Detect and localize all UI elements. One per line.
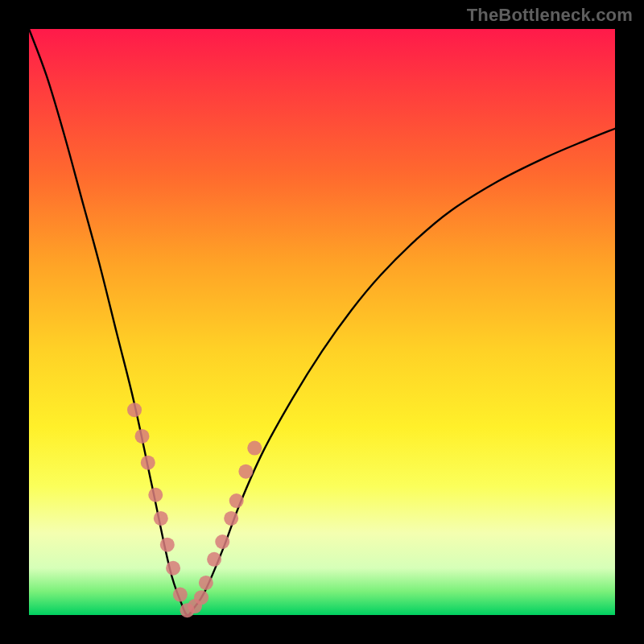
- highlight-dot: [173, 588, 188, 602]
- watermark-text: TheBottleneck.com: [467, 5, 633, 26]
- highlight-dot: [238, 464, 253, 479]
- highlight-dot: [215, 535, 229, 549]
- highlight-dot: [141, 456, 155, 470]
- chart-frame: TheBottleneck.com: [0, 0, 644, 644]
- plot-area: [29, 29, 615, 615]
- highlight-dot: [229, 493, 244, 508]
- highlight-dot: [160, 538, 175, 552]
- highlight-dots: [127, 402, 262, 617]
- curve-layer: [29, 29, 615, 615]
- highlight-dot: [247, 441, 262, 456]
- highlight-dot: [199, 576, 213, 590]
- highlight-dot: [127, 402, 142, 417]
- highlight-dot: [148, 488, 163, 502]
- highlight-dot: [166, 561, 180, 576]
- highlight-dot: [207, 552, 221, 567]
- highlight-dot: [224, 511, 238, 526]
- highlight-dot: [154, 511, 168, 526]
- bottleneck-curve: [29, 29, 615, 615]
- highlight-dot: [135, 429, 150, 444]
- highlight-dot: [194, 590, 208, 605]
